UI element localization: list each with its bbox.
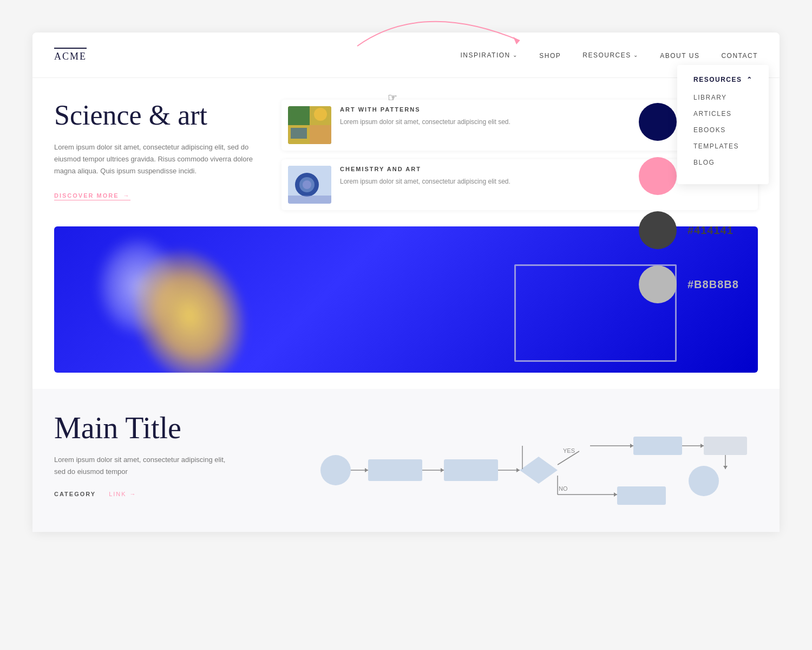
svg-marker-16: [441, 468, 444, 472]
article-title-2: CHEMISTRY AND ART: [340, 166, 510, 172]
svg-point-4: [314, 108, 327, 121]
flowchart-svg: YES NO: [260, 411, 758, 508]
hero-left: Science & art Lorem ipsum dolor sit amet…: [54, 100, 260, 210]
dropdown-item-library[interactable]: LIBRARY: [693, 92, 752, 102]
swatch-circle-2: [639, 157, 677, 195]
hero-heading: Science & art: [54, 100, 260, 131]
logo: ACME: [54, 48, 87, 62]
article-thumb-1: [288, 106, 331, 144]
navbar: ACME INSPIRATION ⌄ SHOP RESOURCES ⌄ ABOU…: [32, 32, 780, 78]
svg-marker-34: [614, 492, 617, 497]
bottom-body: Lorem ipsum dolor sit amet, consectetur …: [54, 454, 227, 478]
svg-rect-25: [633, 437, 682, 455]
color-swatch-4: #B8B8B8: [639, 265, 790, 303]
svg-rect-2: [288, 106, 310, 125]
swatch-label-4: #B8B8B8: [687, 278, 739, 291]
dropdown-item-articles[interactable]: ARTICLES: [693, 108, 752, 118]
svg-point-36: [689, 466, 719, 496]
resources-dropdown: RESOURCES ⌃ LIBRARY ARTICLES EBOOKS TEMP…: [677, 65, 769, 184]
dropdown-item-ebooks[interactable]: EBOOKS: [693, 125, 752, 134]
svg-rect-3: [310, 125, 331, 144]
flowchart: YES NO: [260, 411, 758, 510]
article-info-1: ART WITH PATTERNS Lorem ipsum dolor sit …: [340, 106, 510, 127]
svg-marker-20: [520, 457, 558, 484]
arrow-right-icon: →: [123, 192, 130, 199]
discover-more-link[interactable]: DISCOVER MORE →: [54, 192, 130, 200]
article-title-1: ART WITH PATTERNS: [340, 106, 510, 113]
article-info-2: CHEMISTRY AND ART Lorem ipsum dolor sit …: [340, 166, 510, 187]
hero-body: Lorem ipsum dolor sit amet, consectetur …: [54, 141, 260, 177]
svg-marker-27: [700, 444, 704, 448]
nav-links: INSPIRATION ⌄ SHOP RESOURCES ⌄ ABOUT US …: [460, 50, 758, 60]
svg-marker-13: [365, 468, 368, 472]
svg-rect-14: [368, 459, 422, 481]
svg-rect-10: [288, 196, 331, 204]
svg-marker-24: [630, 444, 633, 448]
bottom-actions: CATEGORY LINK →: [54, 489, 227, 498]
swatch-label-3: #414141: [687, 224, 734, 237]
bottom-link[interactable]: LINK →: [109, 491, 136, 497]
bottom-left-content: Main Title Lorem ipsum dolor sit amet, c…: [54, 411, 227, 510]
nav-item-contact[interactable]: CONTACT: [721, 50, 758, 60]
swatch-circle-1: [639, 103, 677, 141]
svg-text:YES: YES: [563, 447, 575, 454]
svg-point-9: [303, 180, 311, 189]
svg-marker-19: [516, 468, 520, 472]
color-swatch-3: #414141: [639, 211, 790, 249]
art-patterns-image: [288, 106, 331, 144]
cursor-icon: ☞: [388, 91, 397, 104]
nav-item-inspiration[interactable]: INSPIRATION ⌄: [460, 51, 518, 59]
svg-rect-17: [444, 459, 498, 481]
dropdown-header: RESOURCES ⌃: [693, 76, 752, 83]
svg-rect-28: [704, 437, 747, 455]
article-desc-2: Lorem ipsum dolor sit amet, consectetur …: [340, 177, 510, 187]
nav-item-about[interactable]: ABOUT US: [660, 50, 699, 60]
svg-text:NO: NO: [559, 485, 568, 492]
swatch-circle-3: [639, 211, 677, 249]
swatch-circle-4: [639, 265, 677, 303]
svg-rect-35: [617, 486, 666, 505]
dropdown-list: LIBRARY ARTICLES EBOOKS TEMPLATES BLOG: [693, 92, 752, 167]
dropdown-item-templates[interactable]: TEMPLATES: [693, 141, 752, 151]
article-thumb-2: [288, 166, 331, 204]
nav-item-resources[interactable]: RESOURCES ⌄: [582, 51, 638, 59]
dropdown-item-blog[interactable]: BLOG: [693, 157, 752, 167]
article-desc-1: Lorem ipsum dolor sit amet, consectetur …: [340, 117, 510, 127]
category-label: CATEGORY: [54, 491, 96, 497]
svg-point-11: [320, 455, 351, 485]
chemistry-image: [288, 166, 331, 204]
chevron-down-icon: ⌄: [633, 52, 639, 58]
main-title-heading: Main Title: [54, 411, 227, 445]
chevron-up-icon: ⌃: [746, 76, 753, 83]
svg-rect-5: [291, 128, 307, 139]
chevron-down-icon: ⌄: [513, 52, 518, 58]
nav-item-shop[interactable]: SHOP: [539, 50, 561, 60]
arrow-right-icon: →: [130, 491, 137, 497]
bottom-section: Main Title Lorem ipsum dolor sit amet, c…: [32, 389, 780, 532]
svg-marker-30: [723, 466, 728, 469]
